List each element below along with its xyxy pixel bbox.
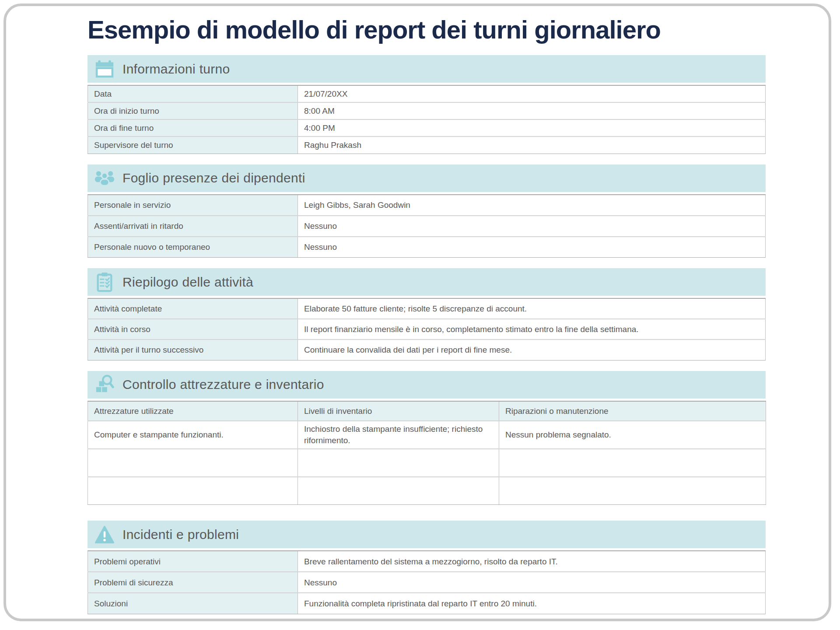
- table-row: Attività in corso Il report finanziario …: [88, 319, 766, 340]
- section-shift-info: Informazioni turno Data 21/07/20XX Ora d…: [88, 55, 766, 154]
- page-title: Esempio di modello di report dei turni g…: [88, 15, 766, 45]
- section-equipment-inventory: Controllo attrezzature e inventario Attr…: [88, 371, 766, 505]
- inventory-search-icon: [94, 374, 115, 395]
- shift-info-table: Data 21/07/20XX Ora di inizio turno 8:00…: [88, 85, 766, 154]
- task-summary-table: Attività completate Elaborate 50 fatture…: [88, 298, 766, 360]
- table-row: [88, 477, 766, 505]
- grid-cell: Computer e stampante funzionanti.: [88, 421, 298, 449]
- row-label: Supervisore del turno: [88, 136, 298, 154]
- column-header: Livelli di inventario: [298, 401, 499, 421]
- row-value: Nessuno: [298, 572, 766, 593]
- column-header: Attrezzature utilizzate: [88, 401, 298, 421]
- grid-cell: Nessun problema segnalato.: [499, 421, 766, 449]
- table-row: Supervisore del turno Raghu Prakash: [88, 136, 766, 154]
- grid-cell: Inchiostro della stampante insufficiente…: [298, 421, 499, 449]
- row-value: Elaborate 50 fatture cliente; risolte 5 …: [298, 298, 766, 319]
- row-label: Assenti/arrivati in ritardo: [88, 216, 298, 237]
- warning-triangle-icon: [94, 525, 115, 545]
- people-group-icon: [94, 168, 115, 188]
- row-label: Attività in corso: [88, 319, 298, 340]
- clipboard-checklist-icon: [94, 272, 115, 292]
- section-title: Riepilogo delle attività: [122, 275, 253, 290]
- row-value: 4:00 PM: [298, 119, 766, 136]
- section-header: Controllo attrezzature e inventario: [88, 371, 766, 399]
- table-row: Personale in servizio Leigh Gibbs, Sarah…: [88, 195, 766, 216]
- row-value: Funzionalità completa ripristinata dal r…: [298, 593, 766, 614]
- section-header: Incidenti e problemi: [88, 521, 766, 548]
- section-header: Riepilogo delle attività: [88, 268, 766, 296]
- row-value: Il report finanziario mensile è in corso…: [298, 319, 766, 340]
- row-value: Raghu Prakash: [298, 136, 766, 154]
- row-value: Nessuno: [298, 237, 766, 258]
- section-incidents: Incidenti e problemi Problemi operativi …: [88, 521, 766, 614]
- incidents-table: Problemi operativi Breve rallentamento d…: [88, 550, 766, 614]
- section-header: Foglio presenze dei dipendenti: [88, 164, 766, 192]
- section-title: Controllo attrezzature e inventario: [122, 377, 324, 392]
- table-row: Ora di inizio turno 8:00 AM: [88, 102, 766, 119]
- calendar-icon: [94, 59, 115, 79]
- grid-cell: [298, 477, 499, 505]
- equipment-inventory-table: Attrezzature utilizzate Livelli di inven…: [88, 401, 766, 505]
- section-title: Foglio presenze dei dipendenti: [122, 171, 305, 186]
- row-value: 8:00 AM: [298, 102, 766, 119]
- section-title: Incidenti e problemi: [122, 527, 239, 542]
- row-label: Personale in servizio: [88, 195, 298, 216]
- table-row: Soluzioni Funzionalità completa ripristi…: [88, 593, 766, 614]
- row-value: Nessuno: [298, 216, 766, 237]
- page-card: Esempio di modello di report dei turni g…: [4, 4, 831, 621]
- row-value: Leigh Gibbs, Sarah Goodwin: [298, 195, 766, 216]
- row-label: Attività completate: [88, 298, 298, 319]
- row-value: 21/07/20XX: [298, 85, 766, 102]
- attendance-table: Personale in servizio Leigh Gibbs, Sarah…: [88, 194, 766, 258]
- table-row: Attività per il turno successivo Continu…: [88, 340, 766, 360]
- row-value: Breve rallentamento del sistema a mezzog…: [298, 551, 766, 572]
- table-row: Personale nuovo o temporaneo Nessuno: [88, 237, 766, 258]
- grid-cell: [88, 477, 298, 505]
- row-label: Personale nuovo o temporaneo: [88, 237, 298, 258]
- section-title: Informazioni turno: [122, 62, 230, 77]
- column-header: Riparazioni o manutenzione: [499, 401, 766, 421]
- table-row: Attività completate Elaborate 50 fatture…: [88, 298, 766, 319]
- section-task-summary: Riepilogo delle attività Attività comple…: [88, 268, 766, 360]
- grid-cell: [499, 449, 766, 477]
- row-label: Ora di inizio turno: [88, 102, 298, 119]
- grid-cell: [88, 449, 298, 477]
- table-header-row: Attrezzature utilizzate Livelli di inven…: [88, 401, 766, 421]
- table-row: Ora di fine turno 4:00 PM: [88, 119, 766, 136]
- row-label: Ora di fine turno: [88, 119, 298, 136]
- section-header: Informazioni turno: [88, 55, 766, 83]
- row-label: Problemi di sicurezza: [88, 572, 298, 593]
- table-row: Problemi operativi Breve rallentamento d…: [88, 551, 766, 572]
- row-label: Soluzioni: [88, 593, 298, 614]
- grid-cell: [499, 477, 766, 505]
- table-row: [88, 449, 766, 477]
- grid-cell: [298, 449, 499, 477]
- table-row: Problemi di sicurezza Nessuno: [88, 572, 766, 593]
- report-content: Esempio di modello di report dei turni g…: [88, 6, 766, 621]
- row-label: Data: [88, 85, 298, 102]
- table-row: Computer e stampante funzionanti. Inchio…: [88, 421, 766, 449]
- table-row: Assenti/arrivati in ritardo Nessuno: [88, 216, 766, 237]
- section-attendance: Foglio presenze dei dipendenti Personale…: [88, 164, 766, 258]
- row-label: Attività per il turno successivo: [88, 340, 298, 360]
- row-value: Continuare la convalida dei dati per i r…: [298, 340, 766, 360]
- footer-credit: Smartsheet Inc. ©2025: [88, 617, 766, 621]
- table-row: Data 21/07/20XX: [88, 85, 766, 102]
- row-label: Problemi operativi: [88, 551, 298, 572]
